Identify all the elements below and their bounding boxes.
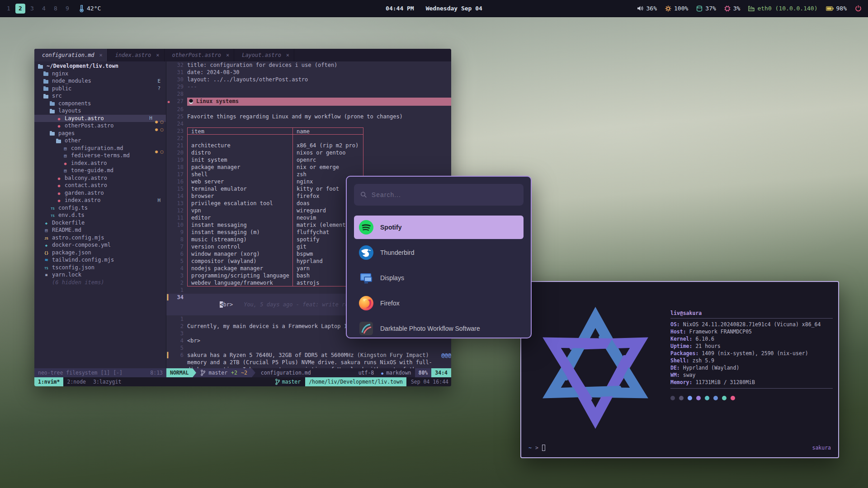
search-box[interactable] [354, 184, 524, 206]
workspace-button[interactable]: 8 [51, 4, 61, 14]
battery-module[interactable]: 98% [826, 5, 847, 12]
tree-item[interactable]: public ? [34, 85, 166, 93]
editor-tab[interactable]: configuration.md [34, 49, 108, 61]
disk-module[interactable]: 37% [696, 5, 716, 12]
buffer-line[interactable]: 30 layout: ../../layouts/otherPost.astro [166, 76, 451, 83]
tree-item[interactable]: Dockerfile [34, 219, 166, 227]
buffer-line[interactable]: 5 [166, 344, 451, 352]
tree-item[interactable]: tone-guide.md [34, 167, 166, 174]
sign-column [166, 352, 171, 368]
launcher-item-darktable[interactable]: Darktable Photo Workflow Software [354, 317, 524, 338]
file-icon [43, 87, 48, 91]
volume-module[interactable]: 36% [637, 5, 657, 12]
close-icon[interactable] [156, 52, 159, 58]
info-label: Packages: [670, 350, 702, 357]
file-icon [43, 95, 48, 99]
buffer-line[interactable]: 31 date: 2024-08-30 [166, 69, 451, 76]
tree-item[interactable]: docker-compose.yml [34, 241, 166, 249]
shell-prompt[interactable]: ~ > [528, 445, 545, 451]
editor-tab[interactable]: Layout.astro [234, 49, 294, 61]
workspace-button[interactable]: 9 [62, 4, 72, 14]
buffer-line[interactable]: 6 sakura has a Ryzen 5 7640U, 32GB of DD… [166, 352, 451, 368]
cpu-module[interactable]: 3% [724, 5, 741, 12]
buffer-line[interactable]: 29 --- [166, 83, 451, 90]
tree-item[interactable]: pages [34, 130, 166, 137]
table-row[interactable]: 21 architecture x86_64 (rip m2 pro) [166, 142, 451, 149]
buffer-line[interactable]: 25 Favorite things regarding Linux and m… [166, 113, 451, 120]
tree-item[interactable]: package.json [34, 249, 166, 257]
tree-item[interactable]: layouts [34, 107, 166, 115]
workspace-button[interactable]: 1 [4, 4, 14, 14]
workspace-button[interactable]: 2 [15, 4, 25, 14]
search-input[interactable] [372, 191, 517, 198]
tree-item[interactable]: configuration.md ● ▢ [34, 145, 166, 152]
editor-tab[interactable]: otherPost.astro [165, 49, 235, 61]
launcher-item-thunderbird[interactable]: Thunderbird [354, 241, 524, 264]
line-number: 7 [171, 243, 184, 250]
close-icon[interactable] [286, 52, 289, 58]
file-icon [56, 175, 62, 181]
editor-tab[interactable]: index.astro [108, 49, 165, 61]
tree-item[interactable]: otherPost.astro ● ▢ [34, 122, 166, 130]
power-button[interactable] [855, 5, 862, 12]
tree-item[interactable]: contact.astro [34, 182, 166, 189]
tree-item[interactable]: Layout.astro H ● ▢ [34, 115, 166, 122]
workspace-button[interactable]: 3 [27, 4, 37, 14]
table-cell-item: init system [187, 156, 292, 164]
tree-item[interactable]: env.d.ts [34, 211, 166, 219]
palette-dot [731, 396, 735, 400]
table-row[interactable]: 19 init system openrc [166, 156, 451, 164]
tree-root[interactable]: ~/Development/liv.town [34, 62, 166, 70]
git-flag-badge: E [157, 78, 160, 84]
buffer-line[interactable]: 24 [166, 120, 451, 127]
tree-item[interactable]: fediverse-terms.md [34, 152, 166, 160]
tree-item[interactable]: node_modules E [34, 77, 166, 85]
tmux-window-tab[interactable]: 2:node [63, 377, 90, 386]
launcher-item-displays[interactable]: Displays [354, 266, 524, 290]
terminal-window[interactable]: liv@sakura OS: NixOS 24.11.20240828.71e9… [520, 281, 839, 458]
tree-item[interactable]: index.astro [34, 160, 166, 167]
table-row[interactable]: 20 distro nixos or gentoo [166, 149, 451, 156]
tree-item[interactable]: config.ts [34, 204, 166, 212]
git-branch-icon [275, 379, 280, 385]
table-cell-item: browser [187, 192, 292, 200]
tree-item[interactable]: tsconfig.json [34, 264, 166, 272]
gear-module[interactable]: 100% [665, 5, 688, 12]
cursor-position: 34:4 [431, 368, 451, 377]
temperature-module: 42°C [79, 5, 101, 12]
tree-item[interactable]: yarn.lock [34, 271, 166, 279]
info-value: 1409 (nix-system), 2590 (nix-user) [702, 350, 808, 357]
close-icon[interactable] [226, 52, 229, 58]
network-module[interactable]: eth0 (10.0.0.140) [748, 5, 817, 12]
tree-item[interactable]: nginx [34, 70, 166, 78]
line-text: --- [187, 83, 197, 90]
table-cell-name: nix or emerge [292, 164, 363, 171]
tree-item[interactable]: balcony.astro [34, 174, 166, 182]
tree-item[interactable]: components [34, 100, 166, 108]
tmux-window-tab[interactable]: 3:lazygit [90, 377, 125, 386]
file-name: (6 hidden items) [52, 279, 104, 286]
tree-item[interactable]: other [34, 137, 166, 145]
tree-item[interactable]: astro.config.mjs [34, 234, 166, 242]
launcher-item-spotify[interactable]: Spotify [354, 216, 524, 239]
buffer-line[interactable]: 28 [166, 90, 451, 98]
line-number: 25 [171, 113, 184, 120]
tmux-window-tab[interactable]: 1:nvim* [34, 377, 63, 386]
file-icon [50, 102, 55, 106]
info-value: Framework FRANMDCP05 [689, 328, 752, 335]
buffer-line[interactable]: 27 Linux systems [166, 98, 451, 106]
tree-item[interactable]: tailwind.config.mjs [34, 256, 166, 264]
close-icon[interactable] [99, 52, 103, 58]
table-cell-item: webdev language/framework [187, 279, 292, 286]
buffer-line[interactable]: 26 [166, 106, 451, 113]
tree-item[interactable]: garden.astro [34, 189, 166, 197]
modified-badge: ● ▢ [155, 127, 163, 132]
workspace-button[interactable]: 4 [39, 4, 49, 14]
buffer-line[interactable]: 32 title: configuration for devices i us… [166, 61, 451, 69]
tree-item[interactable]: (6 hidden items) [34, 279, 166, 286]
tree-item[interactable]: README.md [34, 226, 166, 234]
launcher-item-firefox[interactable]: Firefox [354, 291, 524, 315]
table-row[interactable]: 18 package manager nix or emerge [166, 164, 451, 171]
tree-item[interactable]: src [34, 92, 166, 100]
tree-item[interactable]: index.astro H [34, 197, 166, 204]
